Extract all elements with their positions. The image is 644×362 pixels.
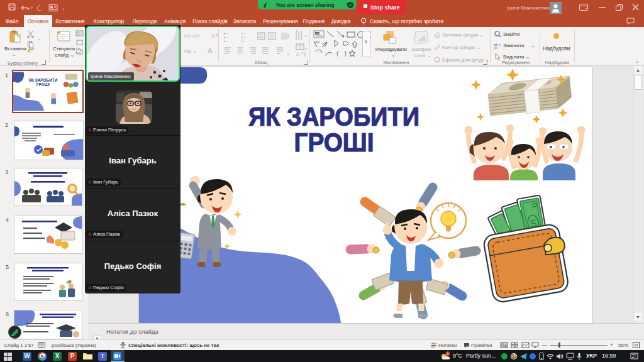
svg-text:A: A [208,47,213,55]
svg-text:˅: ˅ [30,5,33,11]
svg-text:A˄ A˅: A˄ A˅ [184,32,200,39]
svg-text:ac: ac [494,46,497,49]
svg-text:●—: ●— [223,39,228,43]
svg-text:⌄: ⌄ [286,50,291,56]
svg-text:Aa ⌄: Aa ⌄ [184,47,197,54]
svg-text:⌄: ⌄ [304,32,308,38]
svg-text:ЯК ЗАРОБИТИ: ЯК ЗАРОБИТИ [248,102,419,131]
svg-text:ГРОШІ: ГРОШІ [294,128,374,157]
svg-text:ГРОШІ: ГРОШІ [36,82,50,87]
svg-text:3—: 3— [241,39,246,43]
svg-text:ЯК ЗАРОБИТИ: ЯК ЗАРОБИТИ [28,78,57,82]
svg-text:⌄: ⌄ [304,45,308,51]
